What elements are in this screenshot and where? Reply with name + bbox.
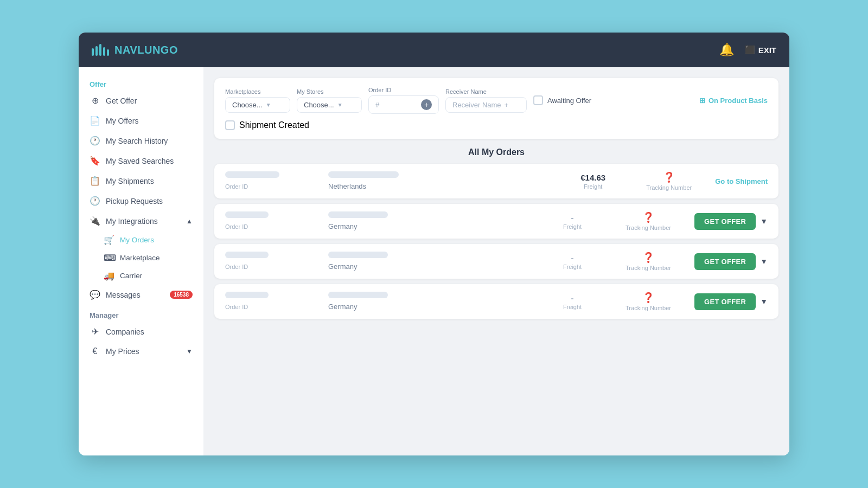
chevron-up-icon: ▲ [186, 217, 193, 225]
order-id-group: Order ID [225, 292, 312, 311]
sidebar-item-label: My Offers [106, 117, 138, 125]
sidebar-item-label: My Search History [106, 137, 168, 145]
prices-icon: € [90, 346, 100, 356]
logo: NAVLUNGO [92, 44, 178, 56]
sidebar-item-label: Carrier [120, 272, 142, 280]
sidebar-item-search-history[interactable]: 🕐 My Search History [79, 131, 203, 151]
sidebar-item-messages[interactable]: 💬 Messages 16538 [79, 285, 203, 305]
order-country-bar [328, 171, 399, 178]
sidebar-item-label: Pickup Requests [106, 197, 163, 206]
order-id-group: Order ID [225, 211, 312, 231]
order-id-group: Order ID [225, 171, 312, 191]
order-id-label: Order ID [225, 183, 248, 190]
receiver-name-input[interactable]: Receiver Name + [445, 97, 527, 113]
filter-bar: Marketplaces Choose... ▼ My Stores Choos… [214, 78, 778, 139]
filter-row-1: Marketplaces Choose... ▼ My Stores Choos… [225, 87, 768, 114]
order-id-input[interactable]: # + [368, 95, 439, 114]
sidebar-item-label: Messages [106, 291, 141, 299]
exit-button[interactable]: ⬛ EXIT [745, 45, 776, 55]
sidebar-item-my-shipments[interactable]: 📋 My Shipments [79, 171, 203, 191]
get-offer-button[interactable]: GET OFFER [694, 253, 756, 270]
get-offer-button[interactable]: GET OFFER [694, 293, 756, 310]
content-area: Marketplaces Choose... ▼ My Stores Choos… [203, 67, 789, 455]
order-id-bar [225, 171, 279, 178]
order-actions: GET OFFER ▼ [694, 293, 768, 310]
shipment-created-label: Shipment Created [239, 120, 309, 130]
order-country-bar [328, 292, 388, 298]
plus-circle-icon: ⊕ [90, 95, 100, 106]
add-receiver-button[interactable]: + [505, 101, 509, 109]
sidebar-item-my-prices[interactable]: € My Prices ▼ [79, 342, 203, 361]
notifications-button[interactable]: 🔔 [719, 43, 734, 57]
main-layout: Offer ⊕ Get Offer 📄 My Offers 🕐 My Searc… [79, 67, 789, 455]
sidebar-item-label: My Prices [106, 347, 139, 356]
order-id-bar [225, 211, 269, 218]
awaiting-offer-checkbox[interactable] [533, 95, 543, 105]
tracking-number-label: Tracking Number [613, 265, 684, 271]
go-to-shipment-link[interactable]: Go to Shipment [715, 177, 768, 185]
marketplaces-value: Choose... [232, 101, 263, 109]
awaiting-offer-label: Awaiting Offer [547, 97, 591, 105]
receiver-name-label: Receiver Name [445, 88, 527, 95]
tracking-number-label: Tracking Number [613, 224, 684, 231]
logo-text: NAVLUNGO [114, 44, 178, 56]
sidebar-item-my-orders[interactable]: 🛒 My Orders [87, 231, 203, 249]
sidebar-item-my-offers[interactable]: 📄 My Offers [79, 111, 203, 131]
my-stores-select[interactable]: Choose... ▼ [297, 97, 362, 113]
sidebar-item-get-offer[interactable]: ⊕ Get Offer [79, 91, 203, 111]
order-country-group: Germany [328, 292, 426, 311]
filter-row-2: Shipment Created [225, 120, 768, 130]
exit-icon: ⬛ [745, 45, 755, 55]
on-product-basis-label: On Product Basis [709, 97, 768, 105]
order-country-bar [328, 211, 388, 218]
orders-section: All My Orders Order ID Netherlands €14.6… [214, 147, 778, 445]
on-product-basis-button[interactable]: ⊞ On Product Basis [699, 97, 768, 105]
order-freight-label: Freight [542, 304, 602, 310]
expand-order-button[interactable]: ▼ [760, 217, 768, 226]
awaiting-offer-checkbox-group[interactable]: Awaiting Offer [533, 95, 591, 105]
on-product-basis-icon: ⊞ [699, 97, 705, 105]
sidebar-item-carrier[interactable]: 🚚 Carrier [87, 267, 203, 285]
sidebar-item-label: Marketplace [120, 254, 160, 262]
sidebar: Offer ⊕ Get Offer 📄 My Offers 🕐 My Searc… [79, 67, 203, 455]
marketplaces-filter: Marketplaces Choose... ▼ [225, 88, 290, 113]
expand-order-button[interactable]: ▼ [760, 297, 768, 306]
sidebar-item-label: My Saved Searches [106, 157, 174, 165]
order-freight-label: Freight [542, 223, 602, 230]
order-price-group: - Freight [542, 253, 602, 270]
order-tracking-group: ❓ Tracking Number [613, 252, 684, 271]
receiver-name-filter: Receiver Name Receiver Name + [445, 88, 527, 113]
logo-icon [92, 44, 109, 56]
order-price: €14.63 [563, 173, 623, 182]
shipment-created-checkbox[interactable] [225, 120, 235, 130]
receiver-name-placeholder: Receiver Name [452, 101, 501, 109]
order-price: - [542, 293, 602, 303]
sidebar-item-label: Companies [106, 328, 144, 336]
order-tracking-group: ❓ Tracking Number [613, 211, 684, 231]
order-price: - [542, 253, 602, 262]
order-country-group: Netherlands [328, 171, 426, 191]
table-row: Order ID Germany - Freight ❓ Tracking Nu… [214, 244, 778, 279]
sidebar-item-my-integrations[interactable]: 🔌 My Integrations ▲ [79, 211, 203, 231]
document-icon: 📄 [90, 115, 100, 126]
order-actions: GET OFFER ▼ [694, 213, 768, 230]
cart-icon: 🛒 [104, 235, 114, 245]
order-country: Germany [328, 222, 357, 230]
sidebar-item-saved-searches[interactable]: 🔖 My Saved Searches [79, 151, 203, 171]
get-offer-button[interactable]: GET OFFER [694, 213, 756, 230]
sidebar-item-marketplace[interactable]: ⌨ Marketplace [87, 249, 203, 267]
add-order-id-button[interactable]: + [421, 99, 432, 110]
messages-badge: 16538 [170, 291, 193, 299]
sidebar-item-pickup-requests[interactable]: 🕐 Pickup Requests [79, 191, 203, 211]
order-tracking-group: ❓ Tracking Number [613, 292, 684, 311]
marketplaces-select[interactable]: Choose... ▼ [225, 97, 290, 113]
companies-icon: ✈ [90, 326, 100, 337]
order-country-bar [328, 252, 388, 258]
order-id-label: Order ID [368, 87, 439, 93]
expand-order-button[interactable]: ▼ [760, 257, 768, 266]
sidebar-item-companies[interactable]: ✈ Companies [79, 322, 203, 342]
tracking-help-icon: ❓ [634, 171, 704, 183]
table-row: Order ID Germany - Freight ❓ Tracking Nu… [214, 204, 778, 239]
pickup-icon: 🕐 [90, 196, 100, 206]
truck-icon: 🚚 [104, 271, 114, 281]
